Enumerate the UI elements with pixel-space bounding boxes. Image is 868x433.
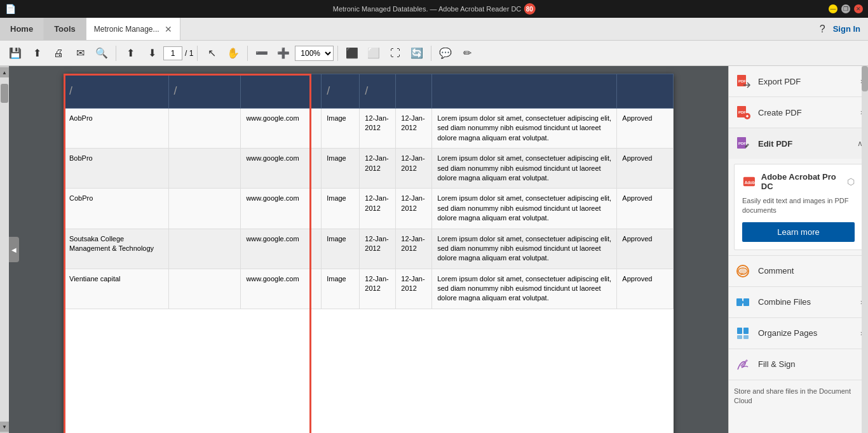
toolbar: 💾 ⬆ 🖨 ✉ 🔍 ⬆ ⬇ / 1 ↖ ✋ ➖ ➕ 100% 75% 125% …: [0, 41, 868, 66]
page-total: / 1: [185, 49, 193, 58]
hand-tool-button[interactable]: ✋: [223, 43, 243, 63]
notification-badge: 80: [524, 3, 535, 15]
tab-close-button[interactable]: ✕: [165, 24, 172, 34]
fill-sign-label: Fill & Sign: [758, 359, 863, 369]
learn-more-button[interactable]: Learn more: [742, 222, 855, 242]
print-button[interactable]: 🖨: [48, 43, 69, 63]
fit-width-button[interactable]: ⬛: [342, 43, 362, 63]
zoom-select[interactable]: 100% 75% 125% 150%: [295, 46, 334, 61]
th-desc: [432, 74, 617, 109]
toolbar-separator-1: [116, 46, 116, 61]
pro-title: Adobe Acrobat Pro DC: [761, 172, 842, 191]
store-info-item: Store and share files in the Document Cl…: [729, 380, 868, 413]
tab-document[interactable]: Metronic Manage... ✕: [86, 18, 180, 40]
next-page-button[interactable]: ⬇: [142, 43, 162, 63]
highlight-button[interactable]: ✏: [457, 43, 477, 63]
cell-name: CobPro: [64, 189, 169, 229]
pro-icon: Adobe: [742, 174, 756, 189]
edit-pdf-icon: PDF: [734, 135, 752, 152]
cursor-tool-button[interactable]: ↖: [201, 43, 222, 63]
organize-pages-item[interactable]: Organize Pages ›: [729, 318, 868, 349]
save-button[interactable]: 💾: [5, 43, 25, 63]
cell-date1: 12-Jan-2012: [360, 149, 396, 189]
zoom-in-button[interactable]: ➕: [273, 43, 294, 63]
prev-page-button[interactable]: ⬆: [120, 43, 140, 63]
minimize-button[interactable]: —: [829, 4, 837, 13]
toolbar-separator-2: [197, 46, 198, 61]
table-row: AobPro www.google.com Image 12-Jan-2012 …: [64, 109, 674, 149]
svg-rect-11: [736, 298, 742, 306]
table-row: CobPro www.google.com Image 12-Jan-2012 …: [64, 189, 674, 229]
edit-pdf-section: PDF Edit PDF ∧ Adobe Adobe Acrobat Pro D…: [729, 128, 868, 256]
tab-right-actions: ? Sign In: [812, 18, 868, 40]
right-scrollbar[interactable]: [862, 66, 868, 433]
fill-sign-item[interactable]: Fill & Sign: [729, 349, 868, 380]
cell-status: Approved: [617, 189, 674, 229]
svg-rect-15: [737, 335, 742, 339]
toolbar-separator-3: [247, 46, 248, 61]
comment-button[interactable]: 💬: [435, 43, 456, 63]
tab-spacer: [180, 18, 812, 40]
comment-item[interactable]: Comment: [729, 256, 868, 287]
cell-desc: Lorem ipsum dolor sit amet, consectetuer…: [432, 269, 617, 309]
fit-page-button[interactable]: ⬜: [363, 43, 384, 63]
combine-files-icon: [734, 293, 752, 311]
scroll-thumb[interactable]: [1, 84, 8, 103]
scroll-track[interactable]: [0, 77, 9, 422]
pro-desc: Easily edit text and images in PDF docum…: [742, 196, 855, 216]
export-pdf-icon: PDF: [734, 72, 752, 90]
combine-files-item[interactable]: Combine Files ›: [729, 287, 868, 318]
upload-button[interactable]: ⬆: [27, 43, 47, 63]
tab-bar: Home Tools Metronic Manage... ✕ ? Sign I…: [0, 18, 868, 41]
table-row: BobPro www.google.com Image 12-Jan-2012 …: [64, 149, 674, 189]
cell-desc: Lorem ipsum dolor sit amet, consectetuer…: [432, 109, 617, 149]
svg-rect-16: [743, 335, 749, 339]
page-number-input[interactable]: [163, 46, 182, 60]
app-icon: 📄: [5, 4, 16, 14]
close-button[interactable]: ✕: [854, 4, 863, 13]
right-scroll-thumb[interactable]: [862, 66, 868, 91]
comment-icon: [734, 262, 752, 280]
cell-date1: 12-Jan-2012: [360, 269, 396, 309]
search-button[interactable]: 🔍: [92, 43, 112, 63]
scroll-up-button[interactable]: ▲: [0, 67, 9, 77]
pro-promo-header: Adobe Adobe Acrobat Pro DC ⬡: [742, 172, 855, 191]
cell-name: BobPro: [64, 149, 169, 189]
cell-type: Image: [322, 109, 360, 149]
restore-button[interactable]: ❐: [841, 4, 850, 13]
cell-status: Approved: [617, 229, 674, 269]
table-header-row: / / / /: [64, 74, 674, 109]
cell-name: Soutsaka College Management & Technology: [64, 229, 169, 269]
scroll-down-button[interactable]: ▼: [0, 422, 9, 432]
pro-expand-icon: ⬡: [847, 177, 855, 187]
toolbar-separator-4: [337, 46, 338, 61]
full-screen-button[interactable]: ⛶: [385, 43, 405, 63]
pdf-table: / / / /: [64, 74, 674, 309]
svg-rect-13: [737, 328, 742, 334]
cell-date1: 12-Jan-2012: [360, 229, 396, 269]
create-pdf-item[interactable]: PDF Create PDF ›: [729, 97, 868, 128]
collapse-left-button[interactable]: ◀: [9, 237, 19, 262]
sign-in-button[interactable]: Sign In: [833, 24, 860, 34]
pdf-page: / / / /: [64, 74, 674, 433]
main-scrollbar[interactable]: ▲ ▼: [0, 66, 9, 433]
tab-tools[interactable]: Tools: [44, 18, 86, 40]
svg-rect-14: [743, 328, 749, 334]
cell-name: Vientiane capital: [64, 269, 169, 309]
email-button[interactable]: ✉: [70, 43, 90, 63]
rotate-button[interactable]: 🔄: [407, 43, 427, 63]
export-pdf-item[interactable]: PDF Export PDF ›: [729, 66, 868, 97]
help-icon[interactable]: ?: [820, 23, 825, 35]
cell-desc: Lorem ipsum dolor sit amet, consectetuer…: [432, 149, 617, 189]
edit-pdf-header[interactable]: PDF Edit PDF ∧: [729, 128, 868, 159]
pdf-area: ◀ / / /: [9, 66, 728, 433]
zoom-out-button[interactable]: ➖: [252, 43, 272, 63]
svg-text:PDF: PDF: [738, 110, 746, 114]
title-bar: 📄 Metronic Managed Datatables. — Adobe A…: [0, 0, 868, 18]
toolbar-separator-5: [431, 46, 431, 61]
cell-blank: [168, 149, 241, 189]
tab-home[interactable]: Home: [0, 18, 44, 40]
cell-desc: Lorem ipsum dolor sit amet, consectetuer…: [432, 229, 617, 269]
page-navigation: / 1: [163, 46, 193, 60]
cell-name: AobPro: [64, 109, 169, 149]
